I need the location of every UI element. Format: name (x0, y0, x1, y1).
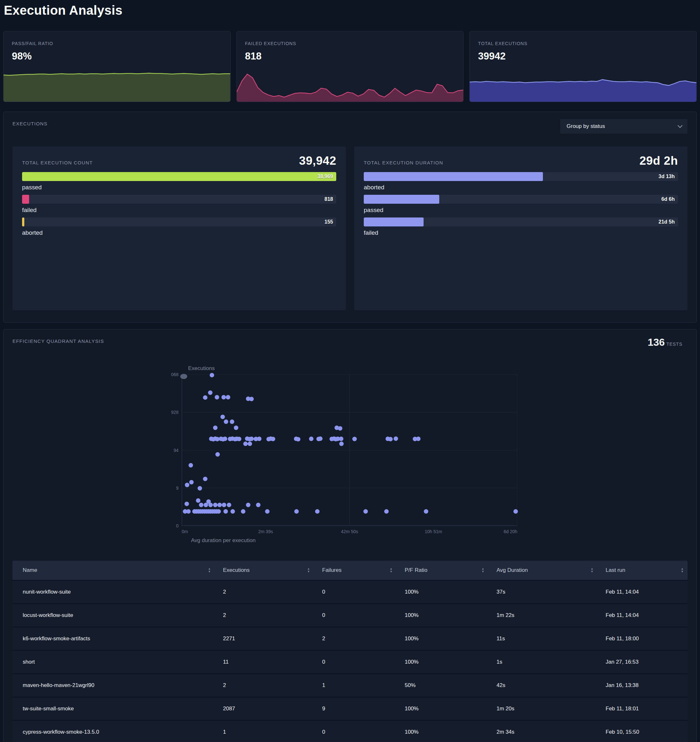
table-cell: cypress-workflow-smoke-13.5.0 (12, 729, 215, 735)
scatter-point[interactable] (216, 509, 221, 514)
table-row[interactable]: nunit-workflow-suite20100%37sFeb 11, 14:… (12, 580, 688, 603)
scatter-point[interactable] (318, 437, 323, 441)
scatter-point[interactable] (513, 509, 518, 514)
scatter-point[interactable] (249, 437, 254, 441)
scatter-point[interactable] (241, 509, 245, 514)
scatter-point[interactable] (221, 395, 226, 399)
scatter-point[interactable] (189, 463, 193, 468)
table-cell: 100% (396, 659, 488, 665)
scatter-point[interactable] (249, 397, 254, 401)
scatter-point[interactable] (209, 373, 214, 377)
x-tick-label: 0m (182, 529, 188, 534)
scatter-point[interactable] (309, 437, 314, 441)
chevron-down-icon (678, 123, 683, 128)
scatter-point[interactable] (203, 477, 207, 481)
scatter-point[interactable] (363, 509, 368, 514)
column-header-failures[interactable]: Failures▲▼ (314, 561, 396, 580)
scatter-point[interactable] (223, 437, 227, 441)
scatter-point[interactable] (248, 442, 252, 446)
scatter-point[interactable] (223, 509, 228, 514)
sort-icon[interactable]: ▲▼ (591, 567, 594, 573)
column-header-executions[interactable]: Executions▲▼ (215, 561, 314, 580)
sort-icon[interactable]: ▲▼ (681, 567, 684, 573)
scatter-point[interactable] (393, 437, 398, 441)
bar-track: 155 (22, 218, 336, 227)
scatter-point[interactable] (243, 442, 248, 446)
sort-desc-arrow: ▼ (681, 570, 684, 573)
column-header-name[interactable]: Name▲▼ (12, 561, 215, 580)
x-tick-label: 10h 51m (414, 529, 453, 534)
scatter-point[interactable] (215, 395, 219, 399)
efficiency-section-label: EFFICIENCY QUADRANT ANALYSIS (12, 339, 104, 344)
scatter-point[interactable] (185, 483, 189, 487)
scatter-point[interactable] (339, 442, 343, 446)
y-tick-label: 928 (161, 410, 178, 415)
scatter-point[interactable] (220, 415, 225, 419)
scatter-point[interactable] (224, 420, 228, 424)
sort-desc-arrow: ▼ (390, 570, 392, 573)
table-cell: 2 (215, 612, 314, 618)
kpi-card-failed-executions: FAILED EXECUTIONS 818 (236, 31, 464, 102)
scatter-point[interactable] (294, 509, 299, 514)
scatter-point[interactable] (388, 437, 393, 442)
scatter-point[interactable] (213, 426, 218, 430)
scatter-point[interactable] (230, 420, 234, 424)
kpi-card-total-executions: TOTAL EXECUTIONS 39942 (469, 31, 697, 102)
sort-icon[interactable]: ▲▼ (307, 567, 310, 573)
group-by-select[interactable]: Group by status (560, 119, 688, 134)
scatter-point[interactable] (352, 437, 357, 442)
table-cell: 2m 34s (488, 729, 597, 735)
scatter-point[interactable] (218, 503, 222, 507)
table-cell: nunit-workflow-suite (12, 589, 215, 595)
scatter-point[interactable] (213, 503, 218, 507)
table-row[interactable]: short110100%1sJan 27, 16:53 (12, 650, 688, 673)
scatter-point[interactable] (234, 426, 238, 430)
scatter-point[interactable] (246, 503, 251, 507)
column-header-avg-duration[interactable]: Avg Duration▲▼ (488, 561, 597, 580)
table-row[interactable]: cypress-workflow-smoke-13.5.010100%2m 34… (12, 720, 688, 742)
scatter-point[interactable] (296, 437, 301, 442)
column-header-p-f-ratio[interactable]: P/F Ratio▲▼ (396, 561, 488, 580)
scatter-point[interactable] (204, 503, 208, 507)
table-cell: Feb 11, 18:01 (597, 705, 688, 712)
table-row[interactable]: maven-hello-maven-21wgrl902150%42sJan 16… (12, 673, 688, 696)
scatter-point[interactable] (215, 452, 220, 457)
scatter-point[interactable] (237, 437, 241, 442)
table-row[interactable]: k6-workflow-smoke-artifacts22712100%11sF… (12, 627, 688, 650)
scatter-point[interactable] (230, 509, 235, 514)
scatter-point[interactable] (198, 486, 202, 490)
scatter-point[interactable] (416, 437, 421, 441)
scatter-point[interactable] (384, 509, 389, 514)
scatter-point[interactable] (199, 503, 203, 507)
scatter-point[interactable] (315, 509, 320, 514)
scatter-point[interactable] (424, 509, 428, 514)
scatter-point[interactable] (338, 426, 342, 430)
column-header-last-run[interactable]: Last run▲▼ (597, 561, 688, 580)
scatter-point[interactable] (203, 395, 207, 400)
scatter-point[interactable] (256, 503, 261, 507)
status-bar-row-aborted: 3d 13haborted (364, 172, 678, 191)
scatter-point[interactable] (227, 503, 231, 507)
scatter-point[interactable] (208, 503, 213, 507)
scatter-point[interactable] (184, 502, 189, 506)
scatter-point[interactable] (222, 503, 226, 507)
scatter-point[interactable] (271, 437, 275, 442)
scatter-point[interactable] (186, 509, 191, 514)
table-row[interactable]: locust-workflow-suite20100%1m 22sFeb 11,… (12, 603, 688, 627)
table-cell: 100% (396, 705, 488, 712)
total-execution-count-value: 39,942 (299, 154, 336, 168)
tests-count: 136 TESTS (647, 336, 682, 348)
scatter-point[interactable] (265, 509, 270, 514)
sort-icon[interactable]: ▲▼ (208, 567, 211, 573)
efficiency-scatter-chart[interactable] (182, 374, 517, 526)
scatter-point[interactable] (189, 480, 193, 484)
scatter-point[interactable] (257, 437, 261, 441)
scatter-point[interactable] (196, 498, 200, 503)
scatter-point[interactable] (208, 390, 212, 395)
sort-icon[interactable]: ▲▼ (482, 567, 484, 573)
scatter-point[interactable] (226, 395, 230, 399)
table-cell: 2 (314, 636, 396, 642)
scatter-point[interactable] (339, 437, 343, 441)
sort-icon[interactable]: ▲▼ (390, 567, 392, 573)
table-row[interactable]: tw-suite-small-smoke20879100%1m 20sFeb 1… (12, 696, 688, 720)
